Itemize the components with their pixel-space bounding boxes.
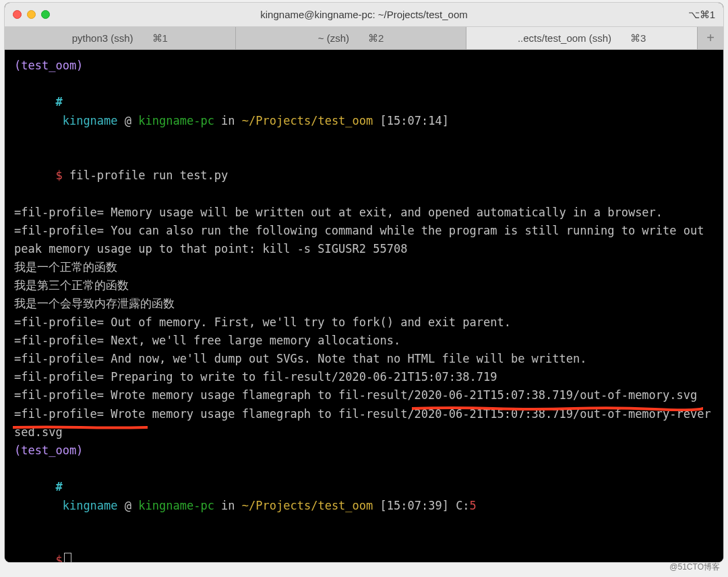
cursor	[64, 553, 71, 562]
tab-shortcut: ⌘1	[152, 32, 168, 44]
tab-label: python3 (ssh)	[72, 32, 133, 44]
tab-label: ~ (zsh)	[318, 32, 349, 44]
output-line: =fil-profile= And now, we'll dump out SV…	[14, 350, 714, 368]
prompt-in: in	[214, 499, 242, 512]
tab-shortcut: ⌘3	[630, 32, 646, 44]
output-line: 我是第三个正常的函数	[14, 276, 714, 295]
window-title: kingname@kingname-pc: ~/Projects/test_oo…	[260, 9, 467, 20]
prompt-c: C:	[456, 499, 469, 512]
tab-test-oom[interactable]: ..ects/test_oom (ssh) ⌘3	[466, 27, 698, 49]
prompt-at: @	[118, 114, 139, 127]
tab-bar: python3 (ssh) ⌘1 ~ (zsh) ⌘2 ..ects/test_…	[5, 27, 723, 50]
prompt-path: ~/Projects/test_oom	[242, 499, 373, 512]
prompt-hash: #	[55, 95, 62, 109]
prompt-host: kingname-pc	[138, 499, 214, 512]
prompt-path: ~/Projects/test_oom	[242, 114, 373, 127]
virtualenv-name: (test_oom)	[14, 59, 83, 72]
command-text: fil-profile run test.py	[63, 169, 229, 182]
prompt-user: kingname	[63, 499, 118, 512]
tab-label: ..ects/test_oom (ssh)	[518, 32, 611, 44]
output-line: 我是一个正常的函数	[14, 258, 714, 276]
output-line: =fil-profile= Memory usage will be writt…	[14, 204, 714, 222]
minimize-button[interactable]	[27, 10, 36, 19]
terminal-content[interactable]: (test_oom) # kingname @ kingname-pc in ~…	[5, 50, 723, 562]
window-shortcut: ⌥⌘1	[688, 9, 715, 21]
prompt-time: [15:07:14]	[373, 114, 449, 127]
output-line: =fil-profile= Next, we'll free large mem…	[14, 332, 714, 350]
prompt-dollar: $	[55, 169, 62, 182]
prompt-c-val: 5	[470, 499, 477, 512]
window-controls	[13, 10, 50, 19]
tab-shortcut: ⌘2	[368, 32, 384, 44]
prompt-dollar: $	[55, 553, 62, 562]
annotation-underline-1	[412, 398, 703, 404]
maximize-button[interactable]	[41, 10, 50, 19]
virtualenv-name: (test_oom)	[14, 444, 83, 457]
terminal-window: kingname@kingname-pc: ~/Projects/test_oo…	[5, 3, 723, 562]
tab-python3[interactable]: python3 (ssh) ⌘1	[5, 27, 236, 49]
plus-icon: +	[706, 30, 715, 46]
prompt-time: [15:07:39]	[373, 499, 456, 512]
prompt-in: in	[214, 114, 242, 127]
output-line: 我是一个会导致内存泄露的函数	[14, 295, 714, 313]
titlebar: kingname@kingname-pc: ~/Projects/test_oo…	[5, 3, 723, 27]
output-line: =fil-profile= You can also run the follo…	[14, 222, 714, 258]
output-line: =fil-profile= Preparing to write to fil-…	[14, 368, 714, 386]
prompt-host: kingname-pc	[138, 114, 214, 127]
prompt-at: @	[118, 499, 139, 512]
prompt-user: kingname	[63, 114, 118, 127]
add-tab-button[interactable]: +	[698, 27, 723, 49]
output-line: =fil-profile= Out of memory. First, we'l…	[14, 313, 714, 332]
watermark: @51CTO博客	[669, 561, 720, 573]
close-button[interactable]	[13, 10, 22, 19]
prompt-hash: #	[55, 480, 62, 493]
tab-zsh[interactable]: ~ (zsh) ⌘2	[236, 27, 467, 49]
annotation-underline-2	[13, 417, 148, 423]
